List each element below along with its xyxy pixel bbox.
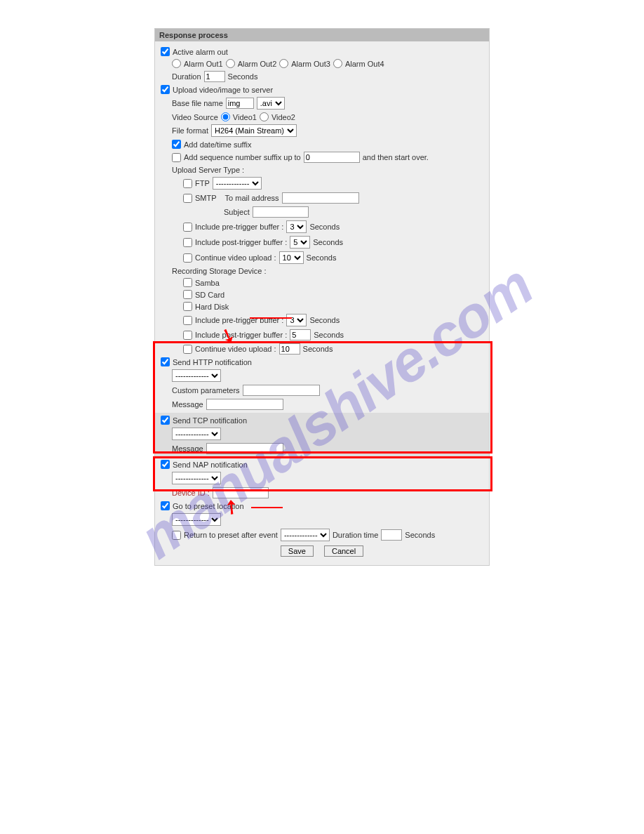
http-message-label: Message — [172, 400, 203, 409]
pre-trigger2-checkbox[interactable]: Include pre-trigger buffer : — [183, 316, 283, 325]
to-mail-label: To mail address — [225, 194, 279, 202]
continue-upload-select[interactable]: 10 — [279, 251, 304, 264]
alarm-out4-radio[interactable]: Alarm Out4 — [333, 59, 384, 68]
upload-server-type-label: Upload Server Type : — [172, 164, 483, 176]
video-source-label: Video Source — [172, 113, 218, 121]
response-process-panel: Response process Active alarm out Alarm … — [154, 28, 490, 566]
duration-input[interactable] — [204, 71, 225, 82]
tcp-select[interactable]: ------------- — [172, 428, 221, 440]
cancel-button[interactable]: Cancel — [324, 545, 363, 557]
sequence-suffix-checkbox[interactable]: Add sequence number suffix up to — [172, 153, 301, 162]
duration-time-input[interactable] — [381, 529, 402, 541]
to-mail-input[interactable] — [282, 192, 359, 204]
post-trigger2-input[interactable] — [290, 329, 311, 340]
video2-radio[interactable]: Video2 — [260, 112, 295, 121]
tcp-notif-checkbox[interactable]: Send TCP notification — [161, 416, 247, 425]
save-button[interactable]: Save — [281, 545, 314, 557]
samba-checkbox[interactable]: Samba — [183, 278, 220, 287]
post-trigger2-checkbox[interactable]: Include post-trigger buffer : — [183, 331, 287, 340]
base-file-ext-select[interactable]: .avi — [257, 97, 285, 110]
ftp-checkbox[interactable]: FTP — [183, 179, 210, 188]
pre-trigger2-select[interactable]: 3 — [286, 314, 307, 326]
duration-label: Duration — [172, 72, 201, 81]
tcp-message-label: Message — [172, 444, 203, 453]
device-id-label: Device ID : — [172, 489, 210, 497]
preset-select[interactable]: ------------- — [172, 513, 221, 526]
http-custom-label: Custom parameters — [172, 386, 240, 395]
post-trigger-checkbox[interactable]: Include post-trigger buffer : — [183, 238, 287, 247]
nap-notif-checkbox[interactable]: Send NAP notification — [161, 460, 248, 469]
hard-disk-checkbox[interactable]: Hard Disk — [183, 302, 229, 311]
return-preset-select[interactable]: ------------- — [281, 529, 330, 541]
device-id-input[interactable] — [213, 487, 269, 498]
duration-unit: Seconds — [228, 72, 258, 81]
post-trigger-select[interactable]: 5 — [290, 236, 310, 249]
http-select[interactable]: ------------- — [172, 369, 221, 382]
video1-radio[interactable]: Video1 — [221, 112, 257, 121]
continue-upload2-checkbox[interactable]: Continue video upload : — [183, 345, 276, 354]
tcp-message-input[interactable] — [206, 443, 283, 454]
alarm-out2-radio[interactable]: Alarm Out2 — [226, 59, 277, 68]
nap-select[interactable]: ------------- — [172, 472, 221, 484]
http-custom-input[interactable] — [243, 385, 320, 396]
recording-storage-label: Recording Storage Device : — [172, 265, 483, 277]
sequence-suffix-input[interactable] — [304, 152, 360, 163]
http-notif-checkbox[interactable]: Send HTTP notification — [161, 357, 252, 366]
active-alarm-checkbox[interactable]: Active alarm out — [161, 47, 228, 56]
datetime-suffix-checkbox[interactable]: Add date/time suffix — [172, 140, 251, 149]
http-message-input[interactable] — [206, 399, 283, 410]
panel-header: Response process — [155, 29, 489, 41]
smtp-checkbox[interactable]: SMTP — [183, 194, 217, 203]
pre-trigger-checkbox[interactable]: Include pre-trigger buffer : — [183, 223, 283, 232]
pre-trigger-select[interactable]: 3 — [286, 220, 307, 233]
alarm-out3-radio[interactable]: Alarm Out3 — [279, 59, 330, 68]
return-preset-checkbox[interactable]: Return to preset after event — [172, 531, 278, 540]
subject-label: Subject — [224, 208, 250, 216]
ftp-select[interactable]: ------------- — [213, 177, 262, 190]
alarm-out1-radio[interactable]: Alarm Out1 — [172, 59, 223, 68]
sd-card-checkbox[interactable]: SD Card — [183, 290, 224, 299]
sequence-after-label: and then start over. — [363, 153, 429, 161]
file-format-label: File format — [172, 126, 208, 135]
preset-checkbox[interactable]: Go to preset location — [161, 501, 244, 510]
continue-upload2-input[interactable] — [279, 343, 300, 355]
upload-checkbox[interactable]: Upload video/image to server — [161, 85, 273, 94]
base-file-name-input[interactable] — [226, 98, 254, 109]
subject-input[interactable] — [253, 206, 309, 218]
file-format-select[interactable]: H264 (Main Stream) — [211, 124, 297, 137]
duration-time-label: Duration time — [333, 531, 378, 539]
base-file-name-label: Base file name — [172, 99, 223, 107]
continue-upload-checkbox[interactable]: Continue video upload : — [183, 253, 276, 263]
